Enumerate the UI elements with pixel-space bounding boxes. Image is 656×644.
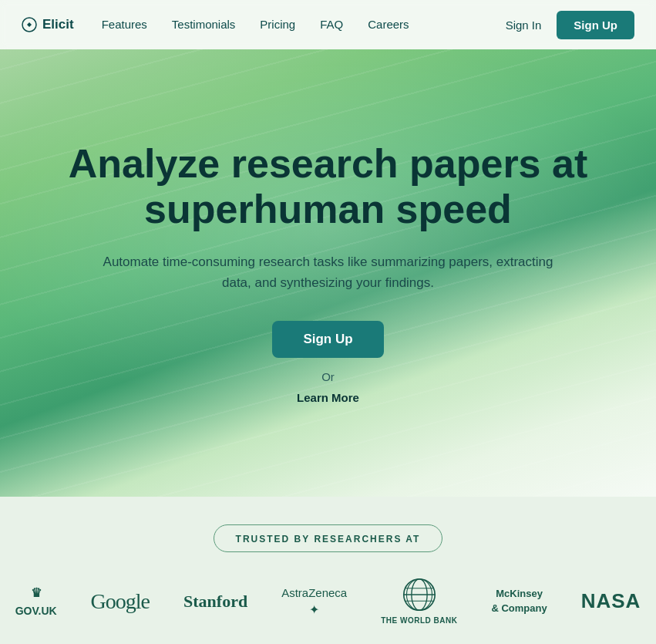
logo-google: Google <box>91 589 150 614</box>
logo-stanford: Stanford <box>183 592 247 612</box>
stanford-text: Stanford <box>183 592 247 612</box>
nav-link-faq[interactable]: FAQ <box>320 18 343 31</box>
worldbank-text: THE WORLD BANK <box>381 615 457 625</box>
navbar-right: Sign In Sign Up <box>506 11 634 39</box>
nav-links: Features Testimonials Pricing FAQ Career… <box>102 18 409 32</box>
nav-link-pricing[interactable]: Pricing <box>260 18 295 31</box>
logo-icon <box>22 17 37 32</box>
logo-mckinsey: McKinsey& Company <box>491 587 547 615</box>
trusted-badge-text: TRUSTED BY RESEARCHERS AT <box>236 534 421 545</box>
nav-item-features[interactable]: Features <box>102 18 147 32</box>
hero-title: Analyze research papers at superhuman sp… <box>46 141 610 234</box>
govuk-text: GOV.UK <box>15 605 57 617</box>
logo-nasa: NASA <box>581 589 641 613</box>
nav-link-careers[interactable]: Careers <box>368 18 409 31</box>
signup-button-nav[interactable]: Sign Up <box>557 11 634 39</box>
nav-item-careers[interactable]: Careers <box>368 18 409 32</box>
nav-item-testimonials[interactable]: Testimonials <box>172 18 236 32</box>
astrazeneca-text: AstraZeneca <box>281 586 347 599</box>
signup-button-hero[interactable]: Sign Up <box>272 321 383 358</box>
logo-worldbank: THE WORLD BANK <box>381 577 457 625</box>
google-text: Google <box>91 589 150 614</box>
hero-content: Analyze research papers at superhuman sp… <box>46 141 610 406</box>
nav-link-features[interactable]: Features <box>102 18 147 31</box>
hero-subtitle: Automate time-consuming research tasks l… <box>97 251 560 293</box>
learn-more-link[interactable]: Learn More <box>297 391 359 404</box>
trusted-section: TRUSTED BY RESEARCHERS AT ♛ GOV.UK Googl… <box>0 497 656 644</box>
logo-astrazeneca: AstraZeneca ✦ <box>281 586 347 617</box>
or-text: Or <box>46 370 610 383</box>
nav-item-pricing[interactable]: Pricing <box>260 18 295 32</box>
trusted-badge: TRUSTED BY RESEARCHERS AT <box>214 524 443 552</box>
globe-icon <box>402 577 437 612</box>
hero-section: Analyze research papers at superhuman sp… <box>0 49 656 497</box>
navbar-left: Elicit Features Testimonials Pricing FAQ… <box>22 17 409 32</box>
signin-link[interactable]: Sign In <box>506 19 542 32</box>
mckinsey-text: McKinsey& Company <box>491 587 547 615</box>
navbar: Elicit Features Testimonials Pricing FAQ… <box>0 0 656 49</box>
logo-text: Elicit <box>42 17 74 32</box>
nav-item-faq[interactable]: FAQ <box>320 18 343 32</box>
astrazeneca-symbol: ✦ <box>309 602 319 617</box>
logo-govuk: ♛ GOV.UK <box>15 585 57 617</box>
logos-row: ♛ GOV.UK Google Stanford AstraZeneca ✦ <box>31 577 625 625</box>
crown-icon: ♛ <box>31 585 42 600</box>
nav-link-testimonials[interactable]: Testimonials <box>172 18 236 31</box>
nasa-text: NASA <box>581 589 641 613</box>
logo[interactable]: Elicit <box>22 17 74 32</box>
